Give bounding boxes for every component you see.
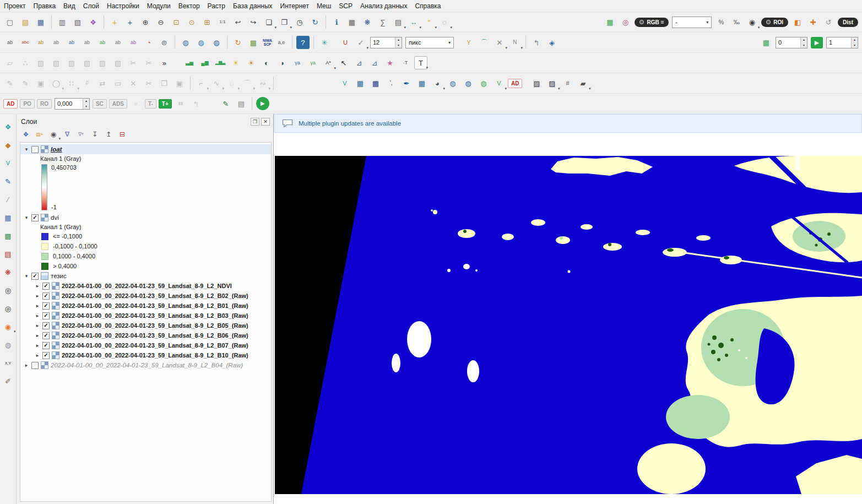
brightness-up-icon[interactable]: ☀ [229, 56, 242, 69]
niwa-scp-badge[interactable]: NIWASCP [263, 39, 272, 46]
raster-calc-icon[interactable]: ▦ [354, 77, 367, 90]
expander-icon[interactable]: ▾ [24, 215, 29, 220]
gamma-one-icon[interactable]: γa [291, 56, 304, 69]
menu-база-данных[interactable]: База данных [229, 1, 276, 12]
zoom-to-selection-icon[interactable]: ⊙ [185, 15, 198, 29]
layer-name[interactable]: 2022-04-01-00_00_2022-04-01-23_59_Landsa… [62, 342, 248, 349]
layer-checkbox[interactable]: ✓ [42, 322, 50, 329]
scp-refresh-icon[interactable]: ↻ [231, 36, 245, 49]
remove-layer-icon[interactable]: ⊟ [116, 129, 128, 140]
layer-name[interactable]: 2022-04-01-00_00_2022-04-01-23_59_Landsa… [62, 312, 248, 319]
check-geometry-icon[interactable]: Y [462, 36, 475, 49]
label-abc-icon[interactable]: abc [19, 36, 32, 49]
menu-настройки[interactable]: Настройки [103, 1, 143, 12]
scp-add-icon[interactable]: ✚ [806, 15, 820, 29]
label-style-icon[interactable]: A*▾ [322, 56, 335, 69]
scp-help-icon[interactable]: ? [296, 36, 310, 49]
zoom-full-icon[interactable]: ⊡ [170, 15, 183, 29]
layer-name[interactable]: тезис [51, 273, 67, 279]
layer-name[interactable]: 2022-04-01-00_00_2022-04-01-23_59_Landsa… [62, 283, 232, 289]
locator-icon[interactable]: ◌▾ [438, 15, 451, 29]
bandset-dock-icon[interactable]: ◆ [2, 139, 14, 151]
node-tool-b-icon[interactable]: ⊿ [368, 56, 381, 69]
diagram-icon[interactable]: ◔ [142, 36, 155, 49]
save-project-icon[interactable]: ▦ [34, 15, 47, 29]
scp-orange-icon[interactable]: ◧ [791, 15, 804, 29]
float-panel-button[interactable]: ❐ [251, 118, 259, 126]
menu-меш[interactable]: Меш [313, 1, 335, 12]
expander-icon[interactable]: ▸ [35, 283, 40, 289]
tracing-icon[interactable]: ✓▾ [354, 36, 367, 49]
brightness-down-icon[interactable]: ☀ [245, 56, 258, 69]
layer-checkbox[interactable] [31, 146, 39, 153]
scp-search-magnifier-icon[interactable]: ◎ [619, 15, 632, 29]
undo-view-icon[interactable]: ↰ [530, 36, 543, 49]
vector-v-icon[interactable]: V [2, 157, 14, 169]
layer-checkbox[interactable]: ✓ [31, 273, 39, 280]
layer-row[interactable]: ▾✓dvi [20, 213, 271, 223]
stretch-stddev-icon[interactable]: ‰ [730, 15, 743, 29]
pen-icon[interactable]: ✒ [400, 77, 413, 90]
layer-checkbox[interactable]: ✓ [42, 312, 50, 319]
snapping-magnet-icon[interactable]: U [339, 36, 352, 49]
layer-row[interactable]: ▸✓2022-04-01-00_00_2022-04-01-23_59_Land… [20, 281, 271, 291]
ad-small-badge[interactable]: AD [508, 79, 522, 88]
scp-zoom-icon[interactable]: ◉▾ [745, 15, 758, 29]
pan-icon[interactable]: + [108, 15, 121, 29]
clear-selection-icon[interactable]: ✕▾ [493, 36, 506, 49]
processing-toolbox-icon[interactable]: ❋ [361, 15, 374, 29]
layer-name[interactable]: 2022-04-01-00_00_2022-04-01-23_59_Landsa… [62, 292, 248, 299]
layer-row[interactable]: ▸✓2022-04-01-00_00_2022-04-01-23_59_Land… [20, 301, 271, 311]
pencil-dock-icon[interactable]: ✎ [2, 175, 14, 187]
globe-blue-icon[interactable]: ◍ [446, 77, 459, 90]
ae-symbol-icon[interactable]: a,e [275, 36, 288, 49]
rgb-pill[interactable]: RGB = [635, 18, 669, 27]
zoom-native-icon[interactable]: 1:1 [216, 15, 229, 29]
globe-green-icon[interactable]: ◍ [477, 77, 490, 90]
layer-checkbox[interactable]: ✓ [42, 283, 50, 290]
stretch-cumulative-icon[interactable]: % [714, 15, 728, 29]
label-move-icon[interactable]: ab [96, 36, 109, 49]
menu-проект[interactable]: Проект [0, 1, 30, 12]
new-project-icon[interactable]: ▢ [3, 15, 17, 29]
filter-legend-icon[interactable]: ∇ [61, 129, 73, 140]
map-canvas[interactable] [274, 133, 862, 504]
scatter-plot-icon[interactable]: ▄▆ [198, 56, 212, 69]
favorites-star-icon[interactable]: ★ [383, 56, 397, 69]
sample-tree-icon[interactable]: ❋ [2, 266, 14, 278]
style-dock-icon[interactable]: ❖ [2, 121, 14, 133]
menu-слой[interactable]: Слой [79, 1, 103, 12]
wrench-icon[interactable]: ✐ [2, 375, 14, 387]
map-tips-icon[interactable]: “▾ [422, 15, 436, 29]
vector-green-icon[interactable]: V▾ [492, 77, 506, 90]
menu-растр[interactable]: Растр [204, 1, 229, 12]
table-options-icon[interactable]: ▤▾ [392, 15, 405, 29]
expander-icon[interactable]: ▸ [35, 353, 40, 358]
filter-expression-icon[interactable]: ∇* [75, 129, 87, 140]
layer-checkbox[interactable]: ✓ [42, 302, 50, 310]
web-globe-icon[interactable]: ◍ [194, 36, 208, 49]
raster-blue-icon[interactable]: ▦ [2, 212, 14, 224]
menu-вид[interactable]: Вид [59, 1, 79, 12]
layer-name[interactable]: loat [51, 146, 62, 153]
export-page-icon[interactable]: ▤ [2, 248, 14, 260]
contrast-two-icon[interactable]: ◑ [275, 56, 289, 69]
menu-вектор[interactable]: Вектор [175, 1, 204, 12]
new-3d-view-icon[interactable]: ❐▾ [278, 15, 291, 29]
label-properties-icon[interactable]: ab [127, 36, 140, 49]
spectral-plot-icon[interactable]: ▃▅ [183, 56, 196, 69]
polygon-fill-icon[interactable]: ▰▾ [576, 77, 589, 90]
scp-docs-icon[interactable]: ▤ [235, 97, 248, 110]
three-d-cube-icon[interactable]: ◈ [545, 36, 559, 49]
layer-checkbox[interactable]: ✓ [42, 292, 50, 300]
globe-dock-icon[interactable]: ◍ [2, 339, 14, 351]
text-format-icon[interactable]: T▾ [414, 56, 427, 69]
lasso-select-icon[interactable]: ⌒ [478, 36, 491, 49]
menu-интернет[interactable]: Интернет [277, 1, 313, 12]
label-rotate-icon[interactable]: ab [111, 36, 124, 49]
rgb-combo[interactable]: -▾ [672, 17, 712, 28]
scp-map-preview-icon[interactable]: ▩ [247, 36, 260, 49]
zoom-to-layer-icon[interactable]: ⊞ [200, 15, 214, 29]
label-show-icon[interactable]: ab [65, 36, 78, 49]
layer-row[interactable]: ▸✓2022-04-01-00_00_2022-04-01-23_59_Land… [20, 330, 271, 340]
